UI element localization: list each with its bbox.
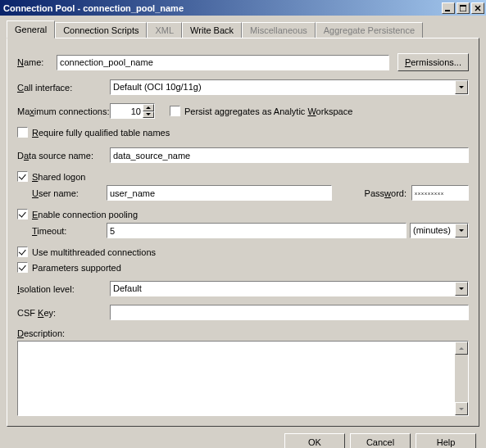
data-source-input[interactable]: [110, 147, 469, 163]
minimize-button[interactable]: [442, 2, 455, 14]
scroll-down-icon[interactable]: [455, 402, 468, 415]
params-supported-checkbox[interactable]: [17, 262, 28, 273]
name-label: Name:: [17, 57, 57, 67]
shared-logon-label: Shared logon: [32, 172, 85, 182]
cancel-button[interactable]: Cancel: [350, 433, 411, 448]
svg-rect-2: [460, 5, 466, 7]
name-input[interactable]: [57, 55, 389, 70]
max-conn-input[interactable]: [110, 103, 143, 119]
require-fq-label: Require fully qualified table names: [32, 128, 170, 138]
csf-key-input[interactable]: [110, 305, 469, 320]
tab-aggregate-persistence: Aggregate Persistence: [316, 22, 423, 38]
isolation-label: Isolation level:: [17, 284, 110, 294]
spin-down-icon[interactable]: [143, 111, 154, 119]
max-conn-label: Maximum connections:: [17, 106, 110, 116]
chevron-down-icon: [455, 282, 468, 296]
titlebar[interactable]: Connection Pool - connection_pool_name: [0, 0, 486, 16]
multithread-checkbox[interactable]: [17, 247, 28, 257]
params-supported-label: Parameters supported: [32, 263, 121, 273]
persist-aggregates-checkbox[interactable]: [170, 106, 180, 116]
tab-general[interactable]: General: [7, 20, 55, 38]
tab-xml: XML: [147, 22, 182, 38]
scrollbar[interactable]: [455, 342, 468, 415]
timeout-label: Timeout:: [32, 226, 107, 236]
user-name-label: User name:: [32, 188, 107, 198]
tab-strip: General Connection Scripts XML Write Bac…: [7, 20, 479, 38]
ok-button[interactable]: OK: [284, 433, 345, 448]
tab-miscellaneous: Miscellaneous: [242, 22, 316, 38]
call-interface-label: Call interface:: [17, 83, 110, 93]
isolation-dropdown[interactable]: Default: [110, 281, 469, 296]
timeout-unit-dropdown[interactable]: (minutes): [410, 223, 469, 238]
help-button[interactable]: Help: [416, 433, 476, 448]
max-conn-spinner[interactable]: [110, 103, 155, 119]
enable-pooling-label: Enable connection pooling: [32, 210, 138, 219]
description-label: Description:: [17, 328, 65, 338]
user-name-input[interactable]: [107, 185, 332, 201]
scroll-up-icon[interactable]: [455, 342, 468, 355]
data-source-label: Data source name:: [17, 151, 110, 161]
window-title: Connection Pool - connection_pool_name: [3, 3, 440, 13]
chevron-down-icon: [455, 224, 468, 238]
multithread-label: Use multithreaded connections: [32, 247, 156, 257]
tab-panel-general: Name: Permissions... Call interface: Def…: [7, 38, 479, 427]
require-fq-checkbox[interactable]: [17, 127, 28, 138]
enable-pooling-checkbox[interactable]: [17, 209, 28, 219]
svg-rect-0: [445, 10, 450, 11]
password-input[interactable]: [411, 185, 469, 201]
call-interface-dropdown[interactable]: Default (OCI 10g/11g): [110, 79, 469, 95]
permissions-button[interactable]: Permissions...: [397, 53, 469, 71]
csf-key-label: CSF Key:: [17, 308, 110, 318]
password-label: Password:: [365, 188, 407, 198]
persist-aggregates-label: Persist aggregates as Analytic Workspace: [184, 106, 352, 116]
spin-up-icon[interactable]: [143, 104, 154, 111]
chevron-down-icon: [455, 80, 468, 94]
tab-connection-scripts[interactable]: Connection Scripts: [55, 22, 147, 38]
maximize-button[interactable]: [456, 2, 470, 14]
description-textarea[interactable]: [17, 341, 469, 416]
timeout-input[interactable]: [107, 223, 407, 238]
close-button[interactable]: [471, 2, 484, 14]
shared-logon-checkbox[interactable]: [17, 171, 28, 182]
tab-write-back[interactable]: Write Back: [182, 22, 242, 38]
